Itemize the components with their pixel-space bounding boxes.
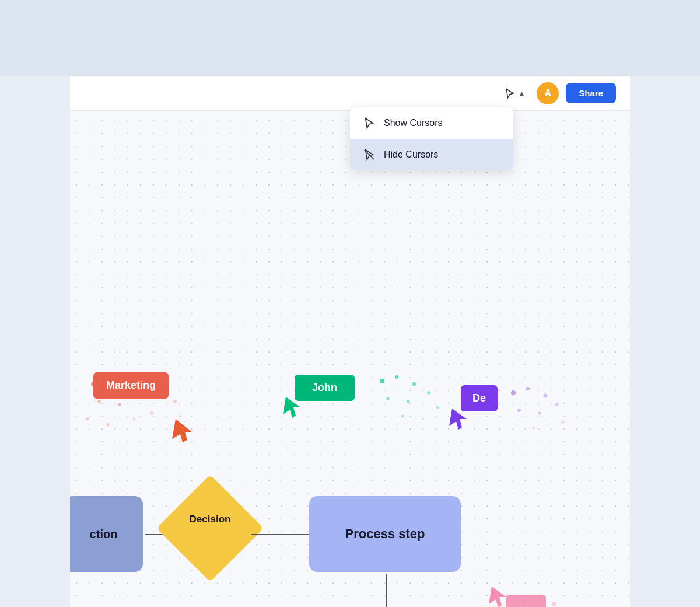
svg-point-43 xyxy=(552,602,556,606)
svg-marker-40 xyxy=(489,587,506,607)
share-button[interactable]: Share xyxy=(566,83,616,103)
svg-point-41 xyxy=(523,599,527,603)
pink-cursor xyxy=(489,587,506,607)
svg-point-28 xyxy=(517,409,521,412)
svg-point-11 xyxy=(133,418,136,421)
svg-point-42 xyxy=(538,595,541,598)
purple-dots xyxy=(505,384,569,442)
svg-point-20 xyxy=(427,391,430,395)
arrow-decision-process xyxy=(251,530,316,539)
green-cursor xyxy=(283,397,300,418)
decision-node xyxy=(156,475,264,582)
show-cursors-label: Show Cursors xyxy=(384,118,442,128)
svg-point-15 xyxy=(380,379,384,383)
avatar: A xyxy=(537,82,559,104)
share-label: Share xyxy=(579,88,603,98)
svg-point-5 xyxy=(118,403,121,406)
svg-point-23 xyxy=(422,418,424,420)
cursor-hide-icon xyxy=(363,148,376,161)
svg-marker-24 xyxy=(283,397,300,418)
svg-point-32 xyxy=(533,427,536,430)
toolbar: ▲ A Share xyxy=(70,76,630,111)
svg-point-21 xyxy=(436,406,439,409)
chevron-up-icon: ▲ xyxy=(518,89,525,97)
cursor-toggle-button[interactable]: ▲ xyxy=(499,84,530,103)
canvas-content: Marketing John xyxy=(70,111,630,607)
svg-point-13 xyxy=(180,415,182,417)
svg-marker-33 xyxy=(449,409,467,430)
red-cursor xyxy=(172,419,192,442)
svg-marker-14 xyxy=(172,419,192,442)
svg-point-27 xyxy=(544,394,548,398)
svg-point-30 xyxy=(555,403,559,406)
arrow-process-finish xyxy=(382,574,391,607)
avatar-letter: A xyxy=(545,88,552,99)
cursor-icon xyxy=(504,88,516,99)
de-label: De xyxy=(461,385,498,411)
hide-cursors-item[interactable]: Hide Cursors xyxy=(350,139,513,170)
green-dots xyxy=(373,372,449,431)
svg-point-25 xyxy=(511,390,516,395)
svg-point-19 xyxy=(407,400,410,403)
svg-point-16 xyxy=(395,375,398,379)
svg-point-26 xyxy=(526,387,530,390)
purple-cursor xyxy=(449,409,467,430)
svg-point-4 xyxy=(97,400,101,403)
john-label: John xyxy=(295,375,355,401)
svg-point-8 xyxy=(173,400,177,403)
hide-cursors-label: Hide Cursors xyxy=(384,149,438,160)
top-strip xyxy=(0,0,700,76)
pink-dots xyxy=(513,589,578,607)
marketing-label: Marketing xyxy=(93,372,169,399)
show-cursors-item[interactable]: Show Cursors xyxy=(350,107,513,139)
svg-point-22 xyxy=(401,415,404,418)
svg-point-18 xyxy=(386,397,390,400)
svg-point-29 xyxy=(538,412,541,415)
svg-point-9 xyxy=(86,418,89,421)
action-node: ction xyxy=(70,496,143,572)
svg-point-12 xyxy=(150,411,153,415)
dropdown-menu: Show Cursors Hide Cursors xyxy=(350,107,513,170)
svg-point-17 xyxy=(412,382,416,386)
main-area: ▲ A Share Show Cursors Hide Cursors xyxy=(70,76,630,607)
svg-point-10 xyxy=(106,423,110,427)
svg-point-31 xyxy=(562,421,565,424)
process-step-node: Process step xyxy=(309,496,461,572)
cursor-show-icon xyxy=(363,117,376,130)
